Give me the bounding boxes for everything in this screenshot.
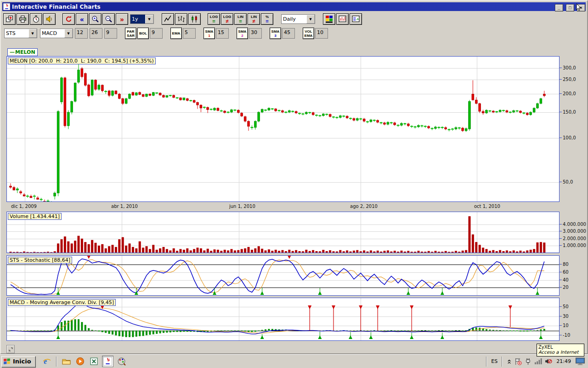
- volume-panel[interactable]: Volume [1.434.441]: [6, 212, 560, 253]
- zoom-in-button[interactable]: [89, 13, 102, 25]
- colors-button[interactable]: [323, 13, 335, 25]
- y-axis-gutter: 300,0250,0200,0150,0100,050,04.000.0003.…: [560, 1, 588, 344]
- log-scale-equal-button[interactable]: LOG=: [208, 13, 220, 25]
- tray-separator: [486, 356, 487, 367]
- period-select-combo[interactable]: Daily▼: [281, 14, 315, 24]
- titlebar[interactable]: Interactive Financial Charts _ □ ×: [2, 2, 586, 11]
- vol-axis-label: 2.000.000: [560, 236, 586, 241]
- start-button[interactable]: Inicio: [1, 356, 35, 367]
- refresh-button[interactable]: [62, 13, 75, 25]
- tick-mark: [560, 335, 562, 335]
- volema-button[interactable]: VOLEMA: [303, 28, 314, 39]
- macd-axis-label: 50: [560, 304, 569, 309]
- tick-mark: [560, 68, 562, 68]
- sma3-period-field[interactable]: 45: [282, 28, 295, 39]
- indicator-2-select-combo[interactable]: MACD▼: [40, 29, 73, 38]
- zoom-out-button[interactable]: [102, 13, 115, 25]
- toolbar-separator: [119, 33, 124, 34]
- resize-grip-icon[interactable]: [6, 345, 15, 353]
- indicator-2-select-value: MACD: [40, 29, 64, 38]
- signal-strength-icon[interactable]: [534, 358, 542, 365]
- macd-panel[interactable]: MACD - Moving Average Conv. Div. [9,45]: [6, 298, 560, 341]
- chart-list-icon: [352, 15, 360, 23]
- bar-chart-mode-button[interactable]: [175, 13, 187, 25]
- java-chart-app-button[interactable]: [102, 356, 113, 367]
- bollinger-button[interactable]: BOL: [137, 28, 149, 39]
- sound-button[interactable]: [43, 13, 56, 25]
- timer-icon: [32, 15, 40, 23]
- sma2-button[interactable]: SMA2: [237, 28, 248, 39]
- tick-mark: [560, 306, 562, 307]
- dropdown-arrow-icon[interactable]: ▼: [145, 15, 153, 23]
- system-tray: ES 21:49: [483, 356, 587, 367]
- timer-button[interactable]: [30, 13, 42, 25]
- desktop: Interactive Financial Charts _ □ × «»1y▼…: [0, 0, 588, 368]
- lin-scale-unequal-button[interactable]: LIN≠: [248, 13, 260, 25]
- chart-report-button[interactable]: [350, 13, 362, 25]
- language-indicator[interactable]: ES: [491, 358, 498, 364]
- price-axis-label: 50,0: [560, 179, 573, 184]
- scroll-right-button[interactable]: »: [116, 13, 128, 25]
- lin-scale-equal-button[interactable]: LIN=: [234, 13, 247, 25]
- paint-palette-button[interactable]: [116, 356, 127, 367]
- taskbar-clock: 21:49: [556, 358, 571, 364]
- parsar-button[interactable]: PARSAR: [125, 28, 136, 39]
- toolbar-separator: [317, 19, 322, 19]
- macd-signal-field[interactable]: 9: [104, 28, 117, 39]
- sts-axis-label: 40: [560, 277, 569, 282]
- excel-button[interactable]: [88, 356, 100, 367]
- candle-chart-mode-button[interactable]: [188, 13, 201, 25]
- palette-icon: [325, 15, 333, 23]
- internet-explorer-button[interactable]: e: [41, 356, 52, 367]
- sma2-period-field[interactable]: 30: [249, 28, 262, 39]
- percent-scale-button[interactable]: %=: [261, 13, 273, 25]
- toolbar-separator: [202, 19, 207, 19]
- x-axis-label: abr 1, 2010: [111, 204, 138, 209]
- line-chart-mode-button[interactable]: [162, 13, 174, 25]
- price-panel[interactable]: MELON [O: 200,0 H: 210,0 L: 190,0 C: 194…: [6, 56, 560, 202]
- collapse-chevron-icon[interactable]: [507, 358, 512, 364]
- new-chart-icon: [6, 15, 13, 23]
- sma1-button[interactable]: SMA1: [204, 28, 215, 39]
- volume-chart: [7, 212, 559, 253]
- price-axis-label: 250,0: [560, 77, 576, 82]
- log-scale-unequal-button[interactable]: LOG≠: [221, 13, 233, 25]
- app-window: Interactive Financial Charts _ □ × «»1y▼…: [0, 0, 588, 354]
- range-select-combo[interactable]: 1y▼: [130, 14, 154, 24]
- muted-speaker-icon[interactable]: [545, 358, 552, 365]
- macd-fast-field[interactable]: 12: [75, 28, 88, 39]
- stochastic-header: STS - Stochastic [88,64]: [8, 257, 72, 264]
- refresh-icon: [65, 15, 73, 23]
- sma3-button[interactable]: SMA3: [270, 28, 281, 39]
- series-legend[interactable]: —MELON: [7, 48, 38, 56]
- new-chart-button[interactable]: [3, 13, 16, 25]
- tick-mark: [560, 138, 562, 138]
- show-desktop-icon[interactable]: [575, 357, 585, 366]
- chart-window-button[interactable]: [336, 13, 349, 25]
- tick-mark: [560, 316, 562, 316]
- unplugged-network-icon[interactable]: [525, 358, 531, 365]
- zoom-in-icon: [91, 15, 99, 23]
- ema-period-field[interactable]: 5: [183, 28, 196, 39]
- legend-dash-icon: —: [10, 49, 15, 55]
- indicator-1-select-combo[interactable]: STS▼: [4, 29, 37, 38]
- dropdown-arrow-icon[interactable]: ▼: [306, 15, 315, 23]
- scroll-left-button[interactable]: «: [76, 13, 88, 25]
- stochastic-panel[interactable]: STS - Stochastic [88,64]: [6, 255, 560, 296]
- ema-button[interactable]: EMA: [170, 28, 182, 39]
- my-documents-folder-button[interactable]: [61, 356, 72, 367]
- macd-axis-label: 30: [560, 314, 569, 319]
- bollinger-period-field[interactable]: 9: [150, 28, 163, 39]
- media-player-button[interactable]: [74, 356, 86, 367]
- x-axis-label: jun 1, 2010: [229, 204, 255, 209]
- ohlc-bars-icon: [177, 15, 185, 23]
- tick-mark: [560, 231, 562, 231]
- dropdown-arrow-icon[interactable]: ▼: [28, 29, 37, 38]
- macd-slow-field[interactable]: 26: [90, 28, 102, 39]
- sma1-period-field[interactable]: 15: [216, 28, 229, 39]
- volema-period-field[interactable]: 10: [315, 28, 328, 39]
- tick-mark: [560, 238, 562, 239]
- offline-network-icon[interactable]: [514, 358, 522, 365]
- print-button[interactable]: [17, 13, 29, 25]
- dropdown-arrow-icon[interactable]: ▼: [64, 29, 73, 38]
